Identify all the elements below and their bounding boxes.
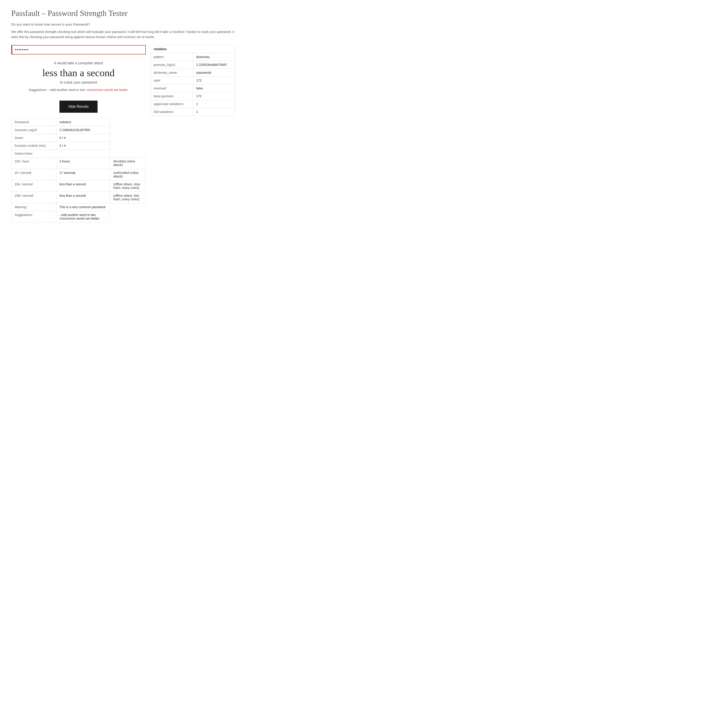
detail-reversed-label: reversed:: [150, 84, 193, 92]
table-row: Score: 0 / 4: [11, 134, 146, 142]
detail-base-guesses-value: 172: [193, 92, 236, 100]
suggestions-value: - Add another word or two. Uncommon word…: [56, 211, 110, 223]
table-row: Warning: This is a very common password: [11, 203, 146, 211]
rate-10k-second-note: (offline attack, slow hash, many cores): [110, 180, 146, 192]
guess-times-label: Guess times:: [11, 150, 56, 157]
password-value: redskins: [56, 118, 110, 126]
detail-uppercase-variations-value: 1: [193, 100, 236, 108]
detail-table: redskins pattern: dictionary guesses_log…: [150, 45, 236, 116]
warning-label: Warning:: [11, 203, 56, 211]
detail-l33t-variations-value: 1: [193, 108, 236, 116]
rate-100-hour-note: (throttled online attack): [110, 157, 146, 169]
password-input-wrapper: [11, 45, 146, 55]
crack-time-container: It would take a computer about less than…: [11, 59, 146, 101]
detail-word-row: redskins: [150, 45, 236, 53]
guesses-log10-value: 2.2380461031287955: [56, 126, 110, 134]
detail-guesses-log10-value: 2.2355284469075487: [193, 61, 236, 69]
detail-pattern-label: pattern:: [150, 53, 193, 61]
detail-row: uppercase-variations: 1: [150, 100, 236, 108]
results-table: Password: redskins Guesses Log10: 2.2380…: [11, 118, 146, 223]
suggestions-label: Suggestions:: [11, 211, 56, 223]
crack-time-value: less than a second: [11, 67, 146, 79]
crack-time-intro: It would take a computer about: [11, 61, 146, 65]
table-row: Guess times:: [11, 150, 146, 157]
detail-row: guesses_log10: 2.2355284469075487: [150, 61, 236, 69]
rate-10-second-label: 10 / second:: [11, 169, 56, 180]
rate-10-second-note: (unthrottled online attack): [110, 169, 146, 180]
suggestions-inline: Suggestions: - Add another word or two. …: [11, 88, 146, 92]
detail-base-guesses-label: base-guesses:: [150, 92, 193, 100]
detail-panel: redskins pattern: dictionary guesses_log…: [150, 45, 236, 116]
hide-results-button[interactable]: Hide Results: [60, 101, 98, 113]
subtitle: Do you want to know how secure is your P…: [11, 23, 236, 26]
rate-10k-second-value: less than a second: [56, 180, 110, 192]
function-runtime-label: Function runtime (ms):: [11, 142, 56, 150]
detail-reversed-value: false: [193, 84, 236, 92]
detail-word: redskins: [150, 45, 236, 53]
password-input[interactable]: [12, 46, 145, 54]
function-runtime-value: 3 / 4: [56, 142, 110, 150]
table-row: 10B / second: less than a second (offlin…: [11, 192, 146, 203]
password-label: Password:: [11, 118, 56, 126]
warning-value: This is a very common password: [56, 203, 110, 211]
table-row: Guesses Log10: 2.2380461031287955: [11, 126, 146, 134]
rate-100-hour-label: 100 / hour:: [11, 157, 56, 169]
detail-row: reversed: false: [150, 84, 236, 92]
detail-l33t-variations-label: l33t-variations:: [150, 108, 193, 116]
rate-10k-second-label: 10k / second:: [11, 180, 56, 192]
score-value: 0 / 4: [56, 134, 110, 142]
guesses-log10-label: Guesses Log10:: [11, 126, 56, 134]
table-row: 10k / second: less than a second (offlin…: [11, 180, 146, 192]
rate-10b-second-note: (offline attack, fast hash, many cores): [110, 192, 146, 203]
rate-10b-second-label: 10B / second:: [11, 192, 56, 203]
detail-uppercase-variations-label: uppercase-variations:: [150, 100, 193, 108]
table-row: Password: redskins: [11, 118, 146, 126]
page-title: Passfault – Password Strength Tester: [11, 9, 236, 18]
table-row: Suggestions: - Add another word or two. …: [11, 211, 146, 223]
table-row: Function runtime (ms): 3 / 4: [11, 142, 146, 150]
rate-10-second-value: 17 seconds: [56, 169, 110, 180]
table-row: 100 / hour: 2 hours (throttled online at…: [11, 157, 146, 169]
detail-row: dictionary_name: passwords: [150, 69, 236, 77]
score-label: Score:: [11, 134, 56, 142]
detail-rank-value: 172: [193, 77, 236, 84]
detail-row: base-guesses: 172: [150, 92, 236, 100]
detail-rank-label: rank:: [150, 77, 193, 84]
detail-row: pattern: dictionary: [150, 53, 236, 61]
rate-100-hour-value: 2 hours: [56, 157, 110, 169]
detail-pattern-value: dictionary: [193, 53, 236, 61]
table-row: 10 / second: 17 seconds (unthrottled onl…: [11, 169, 146, 180]
detail-row: l33t-variations: 1: [150, 108, 236, 116]
description: We offer this password strength checking…: [11, 29, 236, 40]
detail-guesses-log10-label: guesses_log10:: [150, 61, 193, 69]
detail-dictionary-name-value: passwords: [193, 69, 236, 77]
detail-row: rank: 172: [150, 77, 236, 84]
suggestions-link[interactable]: Uncommon words are better.: [87, 88, 128, 92]
rate-10b-second-value: less than a second: [56, 192, 110, 203]
detail-dictionary-name-label: dictionary_name:: [150, 69, 193, 77]
crack-time-suffix: to crack your password: [11, 81, 146, 84]
